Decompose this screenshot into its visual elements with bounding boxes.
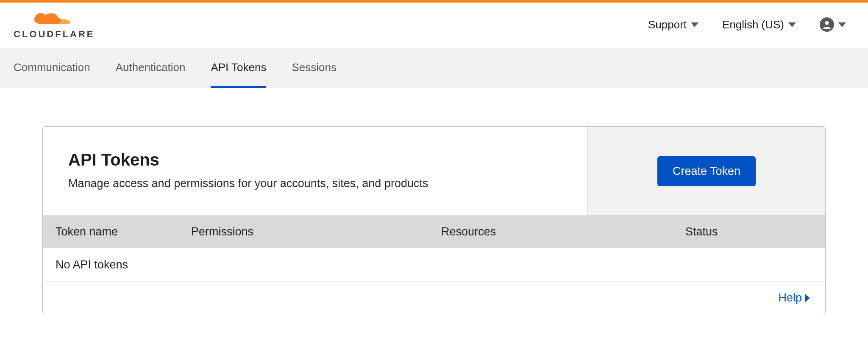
empty-state-message: No API tokens xyxy=(56,258,128,271)
card-action-area: Create Token xyxy=(588,127,825,216)
page-subtitle: Manage access and permissions for your a… xyxy=(68,177,562,190)
header-controls: Support English (US) xyxy=(648,17,854,32)
tab-label: Sessions xyxy=(292,61,337,74)
column-header-token-name: Token name xyxy=(56,225,191,238)
tokens-table-body: No API tokens xyxy=(43,248,825,282)
main-content: API Tokens Manage access and permissions… xyxy=(0,88,868,331)
help-link[interactable]: Help xyxy=(778,291,810,304)
tab-sessions[interactable]: Sessions xyxy=(292,48,337,88)
chevron-down-icon xyxy=(838,22,846,27)
tokens-table-header: Token name Permissions Resources Status xyxy=(43,216,825,248)
brand-logo[interactable]: CLOUDFLARE xyxy=(14,9,95,40)
page-title: API Tokens xyxy=(68,150,562,169)
help-label: Help xyxy=(778,291,802,304)
card-footer: Help xyxy=(43,282,825,314)
language-label: English (US) xyxy=(722,18,784,31)
language-menu[interactable]: English (US) xyxy=(722,18,796,31)
column-header-resources: Resources xyxy=(441,225,685,238)
user-menu[interactable] xyxy=(820,17,846,32)
card-heading: API Tokens Manage access and permissions… xyxy=(43,127,588,216)
support-menu[interactable]: Support xyxy=(648,18,698,31)
cloudflare-logo-icon xyxy=(31,9,78,26)
svg-point-0 xyxy=(825,21,829,25)
support-label: Support xyxy=(648,18,687,31)
tab-label: Communication xyxy=(14,61,90,74)
profile-tabs: Communication Authentication API Tokens … xyxy=(0,48,868,88)
chevron-right-icon xyxy=(805,294,810,302)
global-header: CLOUDFLARE Support English (US) xyxy=(0,3,868,48)
create-token-button[interactable]: Create Token xyxy=(657,156,756,186)
tab-communication[interactable]: Communication xyxy=(14,48,90,88)
tab-label: Authentication xyxy=(116,61,186,74)
card-header-row: API Tokens Manage access and permissions… xyxy=(43,127,825,216)
chevron-down-icon xyxy=(691,22,698,27)
column-header-status: Status xyxy=(685,225,812,238)
tab-api-tokens[interactable]: API Tokens xyxy=(211,48,266,88)
brand-name: CLOUDFLARE xyxy=(14,29,95,40)
column-header-permissions: Permissions xyxy=(191,225,441,238)
chevron-down-icon xyxy=(788,22,796,27)
api-tokens-card: API Tokens Manage access and permissions… xyxy=(42,126,826,314)
tab-label: API Tokens xyxy=(211,61,266,74)
tab-authentication[interactable]: Authentication xyxy=(116,48,186,88)
user-avatar-icon xyxy=(820,17,834,32)
